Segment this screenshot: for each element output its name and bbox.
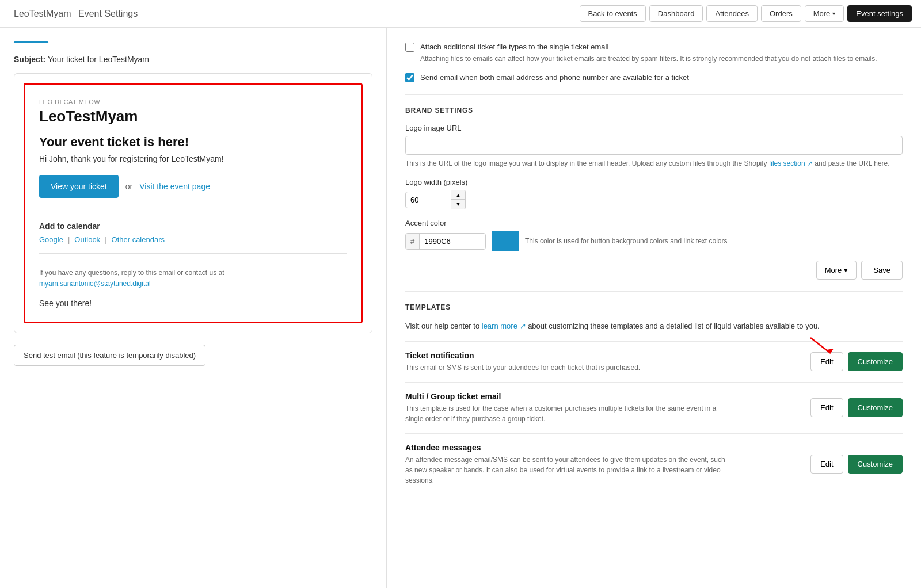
template-info: Multi / Group ticket email This template… [405, 392, 810, 424]
email-footer: If you have any questions, reply to this… [39, 268, 347, 289]
accent-color-label: Accent color [405, 219, 903, 227]
template-row: Ticket notification This email or SMS is… [405, 341, 903, 382]
logo-url-label: Logo image URL [405, 124, 903, 132]
email-event-name: LeoTestMyam [39, 108, 347, 125]
app-section: Event Settings [78, 9, 138, 18]
chevron-down-icon: ▾ [832, 10, 835, 17]
attach-files-checkbox[interactable] [405, 43, 414, 52]
more-dropdown-button[interactable]: More ▾ [805, 5, 844, 22]
color-hash: # [406, 234, 420, 249]
main-layout: Subject: Your ticket for LeoTestMyam LEO… [0, 28, 921, 588]
add-to-calendar-title: Add to calendar [39, 222, 347, 231]
svg-line-0 [810, 338, 831, 353]
accent-color-input[interactable] [420, 234, 471, 249]
visit-event-page-link[interactable]: Visit the event page [139, 182, 210, 191]
email-preview-wrapper: LEO DI CAT MEOW LeoTestMyam Your event t… [14, 73, 372, 333]
attach-files-sublabel: Attaching files to emails can affect how… [420, 55, 877, 63]
attach-files-checkbox-row: Attach additional ticket file types to t… [405, 41, 903, 63]
calendar-separator-2: | [105, 235, 106, 244]
more-label: More [813, 9, 831, 18]
template-actions: Edit Customize [810, 398, 903, 417]
decrement-button[interactable]: ▼ [451, 200, 465, 209]
brand-settings-divider [405, 94, 903, 95]
logo-url-field: Logo image URL This is the URL of the lo… [405, 124, 903, 169]
email-subject-line: Subject: Your ticket for LeoTestMyam [14, 55, 372, 64]
google-calendar-link[interactable]: Google [39, 235, 63, 244]
customize-template-button[interactable]: Customize [848, 398, 903, 417]
right-panel: Attach additional ticket file types to t… [387, 28, 921, 588]
orders-button[interactable]: Orders [761, 5, 801, 22]
template-info: Attendee messages An attendee message em… [405, 443, 810, 486]
logo-url-input[interactable] [405, 136, 903, 155]
logo-url-help: This is the URL of the logo image you wa… [405, 158, 903, 169]
template-list: Ticket notification This email or SMS is… [405, 341, 903, 495]
other-calendars-link[interactable]: Other calendars [112, 235, 165, 244]
brand-action-row: More ▾ Save [405, 261, 903, 280]
template-name: Ticket notification [405, 351, 810, 360]
scroll-indicator [14, 41, 48, 43]
files-section-label: files section [769, 159, 805, 167]
template-desc: This email or SMS is sent to your attend… [405, 362, 728, 373]
email-preview: LEO DI CAT MEOW LeoTestMyam Your event t… [24, 83, 363, 323]
logo-width-label: Logo width (pixels) [405, 178, 903, 186]
app-title: LeoTestMyam Event Settings [9, 9, 138, 19]
send-email-label: Send email when both email address and p… [420, 72, 689, 83]
number-arrows: ▲ ▼ [451, 190, 466, 209]
customize-template-button[interactable]: Customize [848, 455, 903, 474]
attach-files-label-wrap: Attach additional ticket file types to t… [420, 41, 877, 63]
edit-template-button[interactable]: Edit [810, 352, 843, 371]
app-name: LeoTestMyam [14, 9, 71, 18]
logo-width-field: Logo width (pixels) ▲ ▼ [405, 178, 903, 209]
template-name: Multi / Group ticket email [405, 392, 810, 401]
calendar-separator-1: | [68, 235, 70, 244]
template-name: Attendee messages [405, 443, 810, 452]
templates-intro-text: Visit our help center to [405, 322, 479, 330]
edit-template-button[interactable]: Edit [810, 398, 843, 417]
increment-button[interactable]: ▲ [451, 190, 465, 200]
files-section-link[interactable]: files section ↗ [769, 159, 815, 167]
subject-prefix: Subject: [14, 55, 45, 64]
event-settings-button[interactable]: Event settings [847, 5, 912, 22]
back-to-events-button[interactable]: Back to events [580, 5, 646, 22]
template-actions: Edit Customize [810, 455, 903, 474]
email-footer-divider [39, 253, 347, 254]
more-btn-label: More [825, 266, 842, 274]
logo-width-input-wrap: ▲ ▼ [405, 190, 463, 209]
outlook-calendar-link[interactable]: Outlook [74, 235, 100, 244]
template-desc: This template is used for the case when … [405, 403, 728, 424]
template-actions: Edit Customize [810, 352, 903, 371]
logo-url-help-suffix: and paste the URL here. [815, 159, 889, 167]
template-desc: An attendee message email/SMS can be sen… [405, 455, 728, 486]
or-text: or [125, 182, 132, 191]
see-you-text: See you there! [39, 299, 347, 308]
email-action-buttons: View your ticket or Visit the event page [39, 175, 347, 198]
learn-more-link[interactable]: learn more ↗ [482, 322, 528, 330]
edit-template-button[interactable]: Edit [810, 455, 843, 474]
save-button[interactable]: Save [861, 261, 903, 280]
left-panel: Subject: Your ticket for LeoTestMyam LEO… [0, 28, 387, 588]
view-ticket-button[interactable]: View your ticket [39, 175, 119, 198]
dashboard-button[interactable]: Dashboard [649, 5, 703, 22]
email-body: LEO DI CAT MEOW LeoTestMyam Your event t… [25, 85, 361, 322]
customize-template-button[interactable]: Customize [848, 352, 903, 371]
email-brand: LEO DI CAT MEOW [39, 98, 347, 105]
templates-intro: Visit our help center to learn more ↗ ab… [405, 320, 903, 332]
color-row: # This color is used for button backgrou… [405, 231, 903, 251]
more-dropdown-btn[interactable]: More ▾ [816, 261, 857, 280]
send-email-checkbox[interactable] [405, 73, 414, 82]
more-chevron-icon: ▾ [844, 266, 848, 274]
attach-files-label: Attach additional ticket file types to t… [420, 41, 877, 53]
template-info: Ticket notification This email or SMS is… [405, 351, 810, 373]
send-test-email-button[interactable]: Send test email (this feature is tempora… [14, 345, 205, 366]
attendees-button[interactable]: Attendees [706, 5, 758, 22]
footer-text: If you have any questions, reply to this… [39, 269, 224, 277]
templates-divider [405, 291, 903, 292]
template-row: Multi / Group ticket email This template… [405, 382, 903, 433]
logo-width-input[interactable] [405, 192, 451, 208]
email-greeting: Hi John, thank you for registering for L… [39, 154, 347, 163]
external-link-icon: ↗ [807, 159, 813, 167]
color-swatch [492, 231, 519, 251]
brand-settings-title: BRAND SETTINGS [405, 106, 903, 114]
contact-email-link[interactable]: myam.sanantonio@staytuned.digital [39, 280, 151, 288]
template-row: Attendee messages An attendee message em… [405, 433, 903, 495]
